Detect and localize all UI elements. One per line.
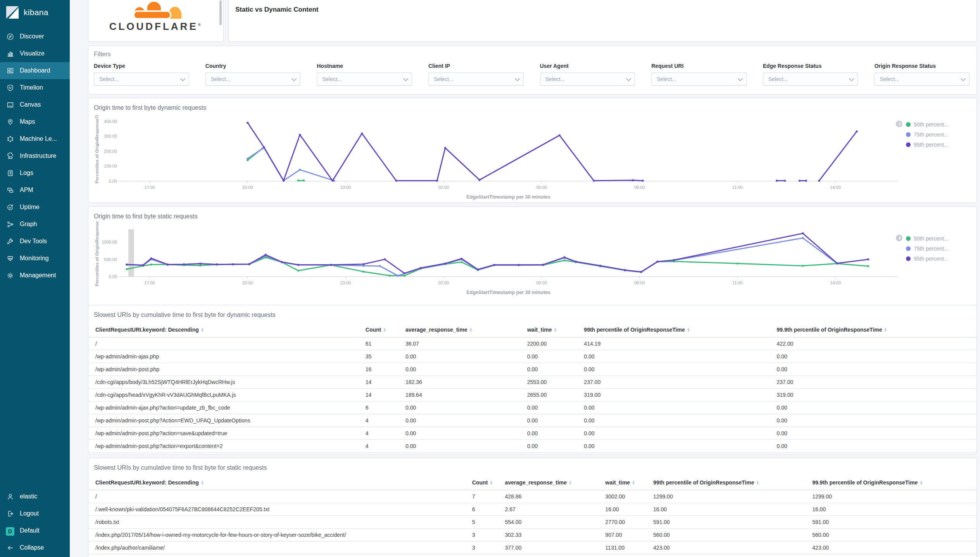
table-cell: 0.00 <box>776 350 977 363</box>
filter-label: Request URI <box>651 63 747 69</box>
sidebar-item-elastic[interactable]: elastic <box>0 488 70 505</box>
column-header-99-9th-percentile-of-originresponsetime[interactable]: 99.9th percentile of OriginResponseTime▲… <box>776 322 977 337</box>
filter-select-origin-response-status[interactable]: Select... <box>874 73 970 86</box>
sidebar-item-collapse[interactable]: Collapse <box>0 539 70 556</box>
sidebar-item-apm[interactable]: APM <box>0 182 70 199</box>
sidebar-item-label: Timelion <box>20 84 43 91</box>
filter-select-hostname[interactable]: Select... <box>317 73 412 86</box>
chevron-down-icon <box>961 76 966 81</box>
sidebar-item-discover[interactable]: Discover <box>0 28 70 45</box>
table-row: /index.php/author/camiliame/3377.001131.… <box>88 541 977 554</box>
table-cell: 0.00 <box>584 440 776 453</box>
x-tick-label: 23:00 <box>332 185 359 190</box>
sidebar-item-dashboard[interactable]: Dashboard <box>0 62 70 79</box>
table-cell: 0.00 <box>527 427 584 440</box>
select-placeholder: Select... <box>211 76 231 82</box>
table-cell: /wp-admin/admin-post.php <box>88 363 366 376</box>
column-header-average-response-time[interactable]: average_response_time▲▼ <box>505 475 605 490</box>
x-tick-label: 08:00 <box>626 280 653 285</box>
x-tick-label: 11:00 <box>724 280 751 285</box>
sidebar-item-monitoring[interactable]: Monitoring <box>0 250 70 267</box>
sidebar-item-infrastructure[interactable]: Infrastructure <box>0 147 70 164</box>
column-header-count[interactable]: Count▲▼ <box>366 322 405 337</box>
legend-item-50th-percent[interactable]: 50th percent... <box>906 121 971 128</box>
table-cell: /index.php/2017/05/14/how-i-owned-my-mot… <box>88 529 472 541</box>
legend-item-95th-percent[interactable]: 95th percent... <box>906 256 971 262</box>
sidebar-item-label: Uptime <box>20 204 40 211</box>
legend-item-50th-percent[interactable]: 50th percent... <box>906 235 971 242</box>
panel-scrollbar[interactable] <box>219 0 222 25</box>
table-cell: 591.00 <box>812 516 977 529</box>
chart-static: Percentiles of OriginResponse0.00500.001… <box>93 224 972 310</box>
sidebar-item-label: Default <box>20 527 40 534</box>
chart-dynamic: Percentiles of OriginResponseTi0.00100.0… <box>93 115 972 201</box>
legend-collapse-icon[interactable] <box>896 121 902 127</box>
legend-collapse-icon[interactable] <box>896 235 902 241</box>
filter-select-edge-response-status[interactable]: Select... <box>763 73 858 86</box>
column-header-wait-time[interactable]: wait_time▲▼ <box>605 475 653 490</box>
sidebar-item-canvas[interactable]: Canvas <box>0 96 70 113</box>
column-header-average-response-time[interactable]: average_response_time▲▼ <box>405 322 527 337</box>
filter-select-user-agent[interactable]: Select... <box>540 73 635 86</box>
filter-device-type: Device TypeSelect... <box>94 63 189 86</box>
filters-panel-title: Filters <box>94 51 977 58</box>
table-cell: 3 <box>472 529 505 541</box>
filter-label: User Agent <box>540 63 635 69</box>
legend-item-95th-percent[interactable]: 95th percent... <box>906 142 971 148</box>
chart-title-static: Origin time to first byte static request… <box>94 213 977 220</box>
table-cell: 6 <box>366 401 405 414</box>
table-cell: 0.00 <box>527 350 584 363</box>
sidebar-item-dev-tools[interactable]: Dev Tools <box>0 233 70 250</box>
sidebar-item-logout[interactable]: Logout <box>0 505 70 522</box>
legend-item-75th-percent[interactable]: 75th percent... <box>906 131 971 138</box>
sidebar-item-graph[interactable]: Graph <box>0 216 70 233</box>
legend-item-75th-percent[interactable]: 75th percent... <box>906 246 971 252</box>
sidebar-item-logs[interactable]: Logs <box>0 164 70 182</box>
table-cell: 7 <box>472 490 505 503</box>
sidebar-item-default[interactable]: DDefault <box>0 522 70 539</box>
discover-icon <box>7 33 14 40</box>
filter-select-request-uri[interactable]: Select... <box>651 73 747 86</box>
kibana-home-link[interactable]: kibana <box>0 0 70 25</box>
table-cell: 0.00 <box>776 401 977 414</box>
sidebar-item-label: elastic <box>20 493 37 500</box>
column-header-clientrequesturi-keyword-descending[interactable]: ClientRequestURI.keyword: Descending▲▼ <box>88 322 366 337</box>
sidebar-item-machine-le[interactable]: Machine Le... <box>0 130 70 147</box>
table-cell: 0.00 <box>584 350 776 363</box>
y-tick-label: 200.00 <box>100 149 117 154</box>
table-header-row: ClientRequestURI.keyword: Descending▲▼Co… <box>88 322 977 337</box>
table-cell: 907.00 <box>605 529 653 541</box>
timelion-icon <box>7 84 14 92</box>
table-cell: 377.00 <box>505 541 605 554</box>
chart-plot-area <box>119 115 898 184</box>
table-cell: 0.00 <box>405 350 527 363</box>
table-title-dynamic: Slowest URIs by cumulative time to first… <box>94 311 977 318</box>
table-cell: 0.00 <box>405 401 527 414</box>
sidebar-item-maps[interactable]: Maps <box>0 113 70 130</box>
sidebar-item-management[interactable]: Management <box>0 267 70 284</box>
cloudflare-logo: CLOUDFLARE® <box>98 0 214 33</box>
table-cell: 422.00 <box>776 337 977 350</box>
sidebar-item-timelion[interactable]: Timelion <box>0 79 70 96</box>
sort-icon: ▲▼ <box>490 481 493 485</box>
column-header-clientrequesturi-keyword-descending[interactable]: ClientRequestURI.keyword: Descending▲▼ <box>88 475 472 490</box>
sidebar-item-visualize[interactable]: Visualize <box>0 45 70 62</box>
column-header-count[interactable]: Count▲▼ <box>472 475 505 490</box>
table-cell: 428.86 <box>505 490 605 503</box>
sidebar-item-uptime[interactable]: Uptime <box>0 199 70 216</box>
filter-select-client-ip[interactable]: Select... <box>428 73 524 86</box>
table-cell: 319.00 <box>776 389 977 401</box>
table-cell: 0.00 <box>584 427 776 440</box>
table-cell: /wp-admin/admin-post.php?action=save&upd… <box>88 427 366 440</box>
dashboard-content: CLOUDFLARE® Static vs Dynamic Content Fi… <box>70 0 980 557</box>
x-tick-label: 05:00 <box>528 280 555 285</box>
select-placeholder: Select... <box>657 76 676 82</box>
filter-select-device-type[interactable]: Select... <box>94 73 189 86</box>
table-cell: / <box>88 490 472 503</box>
column-header-99th-percentile-of-originresponsetime[interactable]: 99th percentile of OriginResponseTime▲▼ <box>584 322 776 337</box>
sidebar-item-label: Maps <box>20 118 35 125</box>
column-header-99th-percentile-of-originresponsetime[interactable]: 99th percentile of OriginResponseTime▲▼ <box>653 475 812 490</box>
filter-select-country[interactable]: Select... <box>205 73 301 86</box>
column-header-wait-time[interactable]: wait_time▲▼ <box>527 322 584 337</box>
column-header-99-9th-percentile-of-originresponsetime[interactable]: 99.9th percentile of OriginResponseTime▲… <box>812 475 977 490</box>
